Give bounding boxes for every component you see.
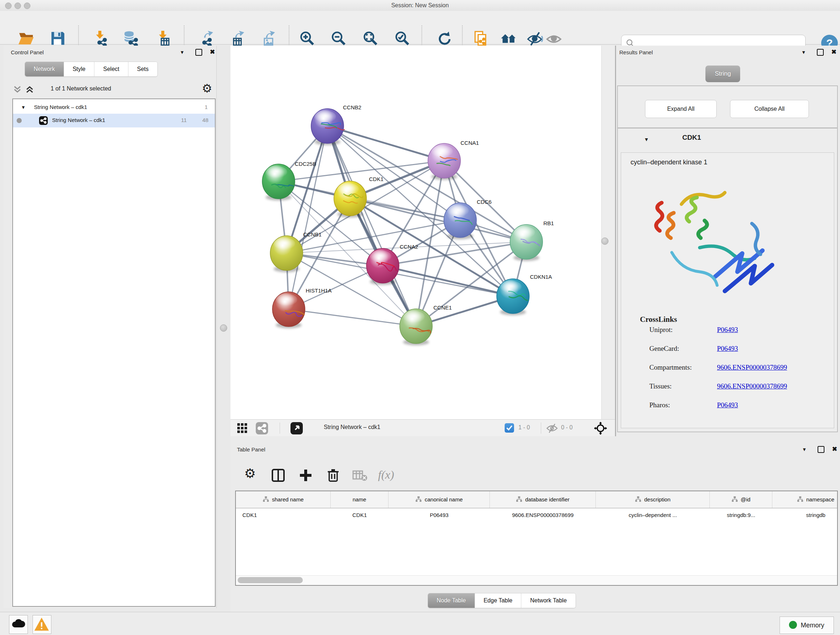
cloud-status-button[interactable] bbox=[9, 615, 28, 634]
hidden-eye-icon[interactable] bbox=[546, 423, 558, 435]
show-panel-icon[interactable] bbox=[546, 30, 562, 47]
cell-name[interactable]: CDK1 bbox=[331, 508, 388, 523]
warnings-button[interactable] bbox=[33, 615, 51, 634]
tab-node-table[interactable]: Node Table bbox=[428, 593, 475, 608]
zoom-in-icon[interactable] bbox=[299, 30, 316, 47]
table-horizontal-scrollbar[interactable] bbox=[236, 575, 837, 585]
edge-CCNA2-CDKN1A[interactable] bbox=[383, 266, 513, 296]
network-canvas[interactable]: CCNB2CCNA1CDC25BCDK1CDC6RB1CCNB1CCNA2CDK… bbox=[231, 46, 601, 419]
crosslink-link[interactable]: 9606.ENSP00000378699 bbox=[717, 363, 787, 371]
collapse-all-icon[interactable] bbox=[13, 85, 22, 96]
crosslink-link[interactable]: P06493 bbox=[717, 326, 738, 334]
network-row-selected[interactable]: String Network – cdk1 11 48 bbox=[13, 114, 215, 127]
open-session-icon[interactable] bbox=[18, 30, 34, 47]
scrollbar-thumb[interactable] bbox=[238, 577, 303, 583]
network-collection-row[interactable]: ▼ String Network – cdk1 1 bbox=[13, 101, 215, 114]
collection-expander-icon[interactable]: ▼ bbox=[21, 105, 26, 110]
memory-button[interactable]: Memory bbox=[780, 616, 834, 634]
node-CDC6[interactable]: CDC6 bbox=[444, 199, 492, 239]
cell--id[interactable]: stringdb:9... bbox=[710, 508, 772, 523]
network-options-gear-icon[interactable]: ⚙ bbox=[202, 81, 212, 95]
zoom-fit-icon[interactable] bbox=[362, 30, 379, 47]
column-header-namespace[interactable]: namespace bbox=[772, 491, 838, 508]
panel-maximize-icon[interactable] bbox=[195, 49, 202, 56]
column-header-database-identifier[interactable]: database identifier bbox=[490, 491, 596, 508]
column-header--id[interactable]: @id bbox=[710, 491, 772, 508]
network-vertical-scrollbar[interactable] bbox=[601, 46, 615, 419]
expand-all-button[interactable]: Expand All bbox=[645, 100, 717, 118]
crosslink-row: Compartments: 9606.ENSP00000378699 bbox=[621, 363, 834, 382]
node-CDC25B[interactable]: CDC25B bbox=[262, 161, 316, 201]
add-column-icon[interactable] bbox=[298, 468, 313, 484]
home-icon[interactable] bbox=[500, 30, 517, 47]
import-network-icon[interactable] bbox=[92, 30, 108, 47]
column-header-name[interactable]: name bbox=[331, 491, 388, 508]
center-view-icon[interactable] bbox=[594, 422, 607, 436]
crosslink-link[interactable]: P06493 bbox=[717, 401, 738, 409]
panel-float-icon[interactable]: ▼ bbox=[180, 50, 185, 55]
edge-HIST1H1A-CCNE1[interactable] bbox=[289, 309, 416, 326]
copy-network-icon[interactable] bbox=[473, 30, 489, 47]
tab-sets[interactable]: Sets bbox=[128, 62, 157, 76]
refresh-icon[interactable] bbox=[435, 30, 452, 47]
table-options-gear-icon[interactable]: ⚙ bbox=[244, 466, 256, 481]
export-network-icon[interactable] bbox=[196, 30, 213, 47]
section-collapse-icon[interactable]: ▼ bbox=[644, 136, 649, 142]
network-type-icon bbox=[39, 116, 48, 125]
tab-network[interactable]: Network bbox=[25, 62, 64, 76]
column-header-shared-name[interactable]: shared name bbox=[236, 491, 331, 508]
save-session-icon[interactable] bbox=[50, 30, 66, 47]
cell-description[interactable]: cyclin–dependent ... bbox=[596, 508, 710, 523]
edge-CCNB2-HIST1H1A[interactable] bbox=[289, 126, 327, 309]
panel-close-icon[interactable]: ✖ bbox=[831, 48, 836, 56]
edge-CCNB2-CCNA1[interactable] bbox=[327, 126, 444, 161]
import-database-icon[interactable] bbox=[123, 30, 139, 47]
node-CCNA1[interactable]: CCNA1 bbox=[428, 140, 479, 180]
tab-select[interactable]: Select bbox=[95, 62, 128, 76]
tab-string[interactable]: String bbox=[706, 65, 740, 82]
edge-CCNB2-CCNE1[interactable] bbox=[327, 126, 416, 326]
column-header-canonical-name[interactable]: canonical name bbox=[388, 491, 490, 508]
crosslink-link[interactable]: P06493 bbox=[717, 345, 738, 353]
panel-close-icon[interactable]: ✖ bbox=[832, 445, 837, 453]
tab-edge-table[interactable]: Edge Table bbox=[475, 593, 522, 608]
panel-float-icon[interactable]: ▼ bbox=[801, 50, 806, 55]
cell-database-identifier[interactable]: 9606.ENSP00000378699 bbox=[490, 508, 596, 523]
crosslink-row: GeneCard: P06493 bbox=[621, 345, 834, 363]
cell-shared-name[interactable]: CDK1 bbox=[236, 508, 331, 523]
results-panel-title: Results Panel bbox=[619, 49, 653, 55]
collapse-all-button[interactable]: Collapse All bbox=[730, 100, 809, 118]
panel-close-icon[interactable]: ✖ bbox=[210, 48, 215, 56]
function-builder-icon: f(x) bbox=[378, 468, 394, 481]
show-columns-icon[interactable] bbox=[271, 468, 286, 484]
import-table-icon[interactable] bbox=[155, 30, 171, 47]
zoom-out-icon[interactable] bbox=[330, 30, 347, 47]
panel-maximize-icon[interactable] bbox=[817, 49, 824, 56]
delete-column-icon[interactable] bbox=[326, 468, 340, 484]
birds-eye-view-icon[interactable] bbox=[291, 422, 303, 434]
grid-view-icon[interactable] bbox=[237, 423, 248, 435]
node-RB1[interactable]: RB1 bbox=[510, 220, 554, 261]
panel-float-icon[interactable]: ▼ bbox=[802, 447, 807, 452]
export-table-icon[interactable] bbox=[227, 30, 244, 47]
selected-checkbox-icon[interactable] bbox=[505, 423, 514, 432]
node-CDK1[interactable]: CDK1 bbox=[334, 176, 384, 218]
table-row[interactable]: CDK1CDK1P064939606.ENSP00000378699cyclin… bbox=[236, 508, 838, 523]
panel-maximize-icon[interactable] bbox=[818, 446, 824, 453]
cell-canonical-name[interactable]: P06493 bbox=[388, 508, 490, 523]
splitter-handle-left[interactable] bbox=[220, 325, 227, 332]
export-image-icon[interactable] bbox=[258, 30, 275, 47]
node-CCNB2[interactable]: CCNB2 bbox=[311, 104, 362, 145]
network-current-dot-icon bbox=[17, 118, 22, 123]
cell-namespace[interactable]: stringdb bbox=[772, 508, 838, 523]
tab-style[interactable]: Style bbox=[64, 62, 95, 76]
hide-panel-icon[interactable] bbox=[526, 30, 543, 47]
column-header-description[interactable]: description bbox=[596, 491, 710, 508]
network-share-icon[interactable] bbox=[256, 422, 268, 434]
zoom-selected-icon[interactable] bbox=[394, 30, 411, 47]
tab-network-table[interactable]: Network Table bbox=[521, 593, 575, 608]
expand-all-icon[interactable] bbox=[25, 85, 34, 96]
splitter-handle-right[interactable] bbox=[601, 238, 608, 245]
node-HIST1H1A[interactable]: HIST1H1A bbox=[272, 287, 332, 328]
crosslink-link[interactable]: 9606.ENSP00000378699 bbox=[717, 382, 787, 390]
